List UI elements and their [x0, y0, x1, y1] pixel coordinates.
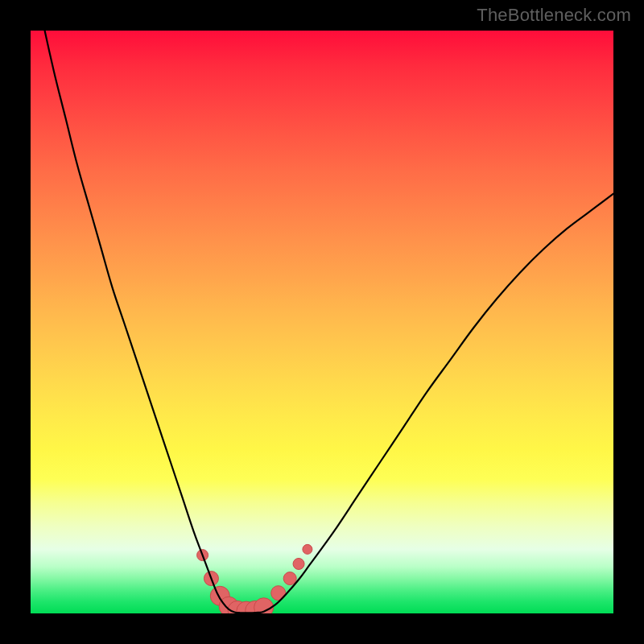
marker-dot [283, 572, 296, 585]
bottleneck-curve [31, 31, 613, 613]
plot-area [31, 31, 613, 613]
outer-frame: TheBottleneck.com [0, 0, 644, 644]
marker-dot [303, 544, 312, 554]
marker-dot [293, 558, 304, 569]
chart-svg [31, 31, 613, 613]
marker-group [197, 544, 312, 613]
watermark-text: TheBottleneck.com [477, 5, 631, 26]
